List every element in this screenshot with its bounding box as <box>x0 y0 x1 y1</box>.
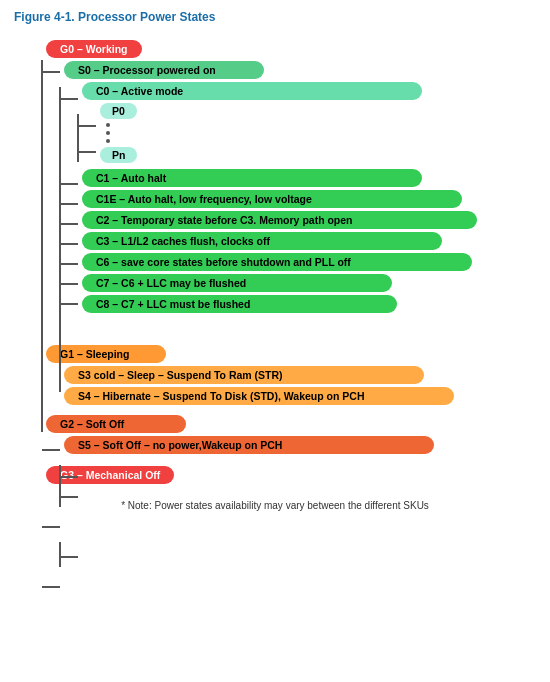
c2-node: C2 – Temporary state before C3. Memory p… <box>82 211 477 229</box>
s5-node: S5 – Soft Off – no power,Wakeup on PCH <box>64 436 434 454</box>
s5-row: S5 – Soft Off – no power,Wakeup on PCH <box>60 436 536 454</box>
s3-node: S3 cold – Sleep – Suspend To Ram (STR) <box>64 366 424 384</box>
g2-row: G2 – Soft Off <box>42 415 536 433</box>
spacer1 <box>30 329 536 343</box>
c8-node: C8 – C7 + LLC must be flushed <box>82 295 397 313</box>
pn-row: Pn <box>96 147 536 163</box>
s0-row: S0 – Processor powered on <box>60 61 536 79</box>
c6-row: C6 – save core states before shutdown an… <box>78 253 536 271</box>
c0-row: C0 – Active mode <box>78 82 536 100</box>
diagram: G0 – Working S0 – Processor powered on C… <box>14 32 536 484</box>
note: * Note: Power states availability may va… <box>14 500 536 511</box>
figure-title: Figure 4-1. Processor Power States <box>14 10 536 24</box>
c6-node: C6 – save core states before shutdown an… <box>82 253 472 271</box>
g1-node: G1 – Sleeping <box>46 345 166 363</box>
g3-node: G3 – Mechanical Off <box>46 466 174 484</box>
s3-row: S3 cold – Sleep – Suspend To Ram (STR) <box>60 366 536 384</box>
g0-node: G0 – Working <box>46 40 142 58</box>
pn-node: Pn <box>100 147 137 163</box>
c1e-row: C1E – Auto halt, low frequency, low volt… <box>78 190 536 208</box>
c7-row: C7 – C6 + LLC may be flushed <box>78 274 536 292</box>
c2-row: C2 – Temporary state before C3. Memory p… <box>78 211 536 229</box>
s4-row: S4 – Hibernate – Suspend To Disk (STD), … <box>60 387 536 405</box>
dots <box>106 121 536 145</box>
c1-node: C1 – Auto halt <box>82 169 422 187</box>
c8-row: C8 – C7 + LLC must be flushed <box>78 295 536 313</box>
g0-row: G0 – Working <box>42 40 536 58</box>
c3-node: C3 – L1/L2 caches flush, clocks off <box>82 232 442 250</box>
s4-node: S4 – Hibernate – Suspend To Disk (STD), … <box>64 387 454 405</box>
c1e-node: C1E – Auto halt, low frequency, low volt… <box>82 190 462 208</box>
c0-node: C0 – Active mode <box>82 82 422 100</box>
g1-row: G1 – Sleeping <box>42 345 536 363</box>
g2-node: G2 – Soft Off <box>46 415 186 433</box>
c1-row: C1 – Auto halt <box>78 169 536 187</box>
c7-node: C7 – C6 + LLC may be flushed <box>82 274 392 292</box>
p0-row: P0 <box>96 103 536 119</box>
g3-row: G3 – Mechanical Off <box>42 466 536 484</box>
s0-node: S0 – Processor powered on <box>64 61 264 79</box>
c3-row: C3 – L1/L2 caches flush, clocks off <box>78 232 536 250</box>
p0-node: P0 <box>100 103 137 119</box>
